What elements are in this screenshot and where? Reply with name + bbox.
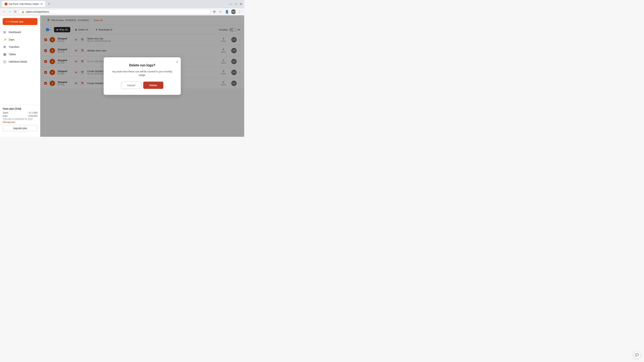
incognito-badge: Incognito xyxy=(231,9,236,14)
modal-description: Any tasks from these runs will be counte… xyxy=(110,70,174,77)
create-zap-icon: + xyxy=(6,20,8,23)
address-bar-row: ← → ↻ 🔒 zapier.com/app/history ⚙ ☆ 👤 Inc… xyxy=(0,8,244,15)
main-content: 📅 Past 30 days: 10/18/2023 - 11/16/2023 … xyxy=(40,15,244,137)
browser-chrome: Zap Runs | Zap History | Zapier ✕ + — □ … xyxy=(0,0,244,8)
refresh-button[interactable]: ↻ xyxy=(14,9,17,14)
window-controls: — □ ✕ xyxy=(230,2,242,6)
sidebar-item-dashboard-label: Dashboard xyxy=(9,31,21,33)
create-zap-label: + Create Zap xyxy=(8,20,23,23)
tab-close-button[interactable]: ✕ xyxy=(40,2,42,5)
plan-tasks-row: Tasks 0 / 1,000 xyxy=(3,111,38,114)
lock-icon: 🔒 xyxy=(22,10,24,13)
window-close[interactable]: ✕ xyxy=(240,2,242,6)
interfaces-icon: ◫ xyxy=(3,60,7,63)
modal-overlay: × Delete run logs? Any tasks from these … xyxy=(40,15,244,137)
tables-icon: ▦ xyxy=(3,52,7,56)
transfers-icon: ⇄ xyxy=(3,45,7,48)
sidebar-item-tables-label: Tables xyxy=(9,53,16,56)
tab-title: Zap Runs | Zap History | Zapier xyxy=(9,3,39,5)
trial-notice: Trial ends on November 30, 2023 xyxy=(3,118,38,120)
back-button[interactable]: ← xyxy=(2,9,6,14)
window-minimize[interactable]: — xyxy=(230,2,232,6)
menu-button[interactable]: ⋮ xyxy=(237,9,242,14)
address-bar[interactable]: 🔒 zapier.com/app/history xyxy=(18,9,211,14)
manage-plan-link[interactable]: Manage plan xyxy=(3,121,38,123)
sidebar-bottom: Team plan (Trial) Tasks 0 / 1,000 Zaps U… xyxy=(0,105,40,134)
tab-favicon xyxy=(5,3,8,5)
create-zap-button[interactable]: + + Create Zap xyxy=(3,18,38,25)
sidebar-item-transfers[interactable]: ⇄ Transfers xyxy=(0,43,40,50)
tasks-label: Tasks xyxy=(3,111,8,114)
zaps-value: Unlimited xyxy=(28,115,38,117)
bookmark-button[interactable]: ☆ xyxy=(218,9,223,14)
sidebar-item-interfaces[interactable]: ◫ Interfaces (beta) xyxy=(0,58,40,65)
forward-button[interactable]: → xyxy=(8,9,12,14)
plan-name: Team plan (Trial) xyxy=(3,107,38,110)
window-restore[interactable]: □ xyxy=(235,2,237,6)
profile-button[interactable]: 👤 xyxy=(224,9,230,14)
sidebar-item-zaps[interactable]: ⚡ Zaps xyxy=(0,36,40,43)
sidebar-item-interfaces-label: Interfaces (beta) xyxy=(9,60,27,63)
incognito-label: Incognito xyxy=(230,11,237,12)
cancel-button[interactable]: Cancel xyxy=(121,82,141,89)
extensions-button[interactable]: ⚙ xyxy=(212,9,217,14)
app-layout: + + Create Zap ⊞ Dashboard ⚡ Zaps ⇄ Tran… xyxy=(0,15,244,137)
modal-actions: Cancel Delete xyxy=(110,82,174,89)
sidebar-item-transfers-label: Transfers xyxy=(9,45,19,48)
address-text: zapier.com/app/history xyxy=(26,10,49,13)
zaps-label: Zaps xyxy=(3,115,8,117)
modal-close-button[interactable]: × xyxy=(176,60,178,64)
upgrade-plan-button[interactable]: Upgrade plan xyxy=(3,125,38,131)
new-tab-button[interactable]: + xyxy=(46,1,51,6)
sidebar: + + Create Zap ⊞ Dashboard ⚡ Zaps ⇄ Tran… xyxy=(0,15,40,137)
delete-modal: × Delete run logs? Any tasks from these … xyxy=(104,57,181,95)
browser-toolbar: ⚙ ☆ 👤 Incognito ⋮ xyxy=(212,9,242,14)
modal-title: Delete run logs? xyxy=(110,63,174,67)
plan-zaps-row: Zaps Unlimited xyxy=(3,115,38,117)
browser-tab[interactable]: Zap Runs | Zap History | Zapier ✕ xyxy=(2,1,45,7)
sidebar-item-tables[interactable]: ▦ Tables xyxy=(0,50,40,58)
zaps-icon: ⚡ xyxy=(3,38,7,41)
delete-confirm-button[interactable]: Delete xyxy=(143,82,163,89)
dashboard-icon: ⊞ xyxy=(3,30,7,34)
sidebar-item-dashboard[interactable]: ⊞ Dashboard xyxy=(0,28,40,36)
tasks-value: 0 / 1,000 xyxy=(29,111,38,114)
sidebar-item-zaps-label: Zaps xyxy=(9,38,14,41)
